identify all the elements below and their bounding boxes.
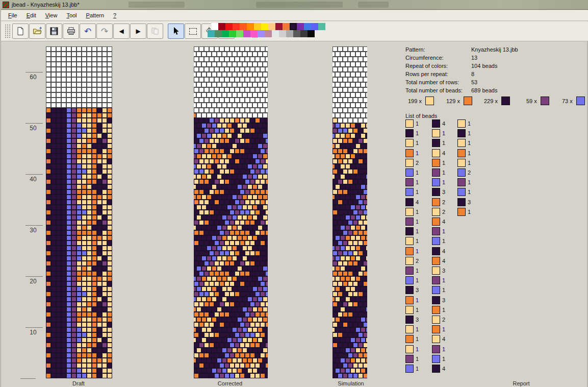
bead[interactable] bbox=[366, 348, 367, 353]
bead[interactable] bbox=[217, 72, 222, 77]
bead[interactable] bbox=[235, 67, 240, 72]
palette-color-ff5a22[interactable] bbox=[240, 23, 247, 30]
bead[interactable] bbox=[71, 108, 76, 113]
bead[interactable] bbox=[82, 103, 87, 108]
bead[interactable] bbox=[61, 57, 66, 62]
bead[interactable] bbox=[82, 149, 87, 154]
bead[interactable] bbox=[263, 215, 268, 220]
bead[interactable] bbox=[66, 225, 71, 230]
bead[interactable] bbox=[87, 164, 92, 169]
bead[interactable] bbox=[247, 123, 252, 128]
bead[interactable] bbox=[66, 327, 71, 332]
bead[interactable] bbox=[46, 215, 51, 220]
bead[interactable] bbox=[335, 246, 340, 251]
bead[interactable] bbox=[345, 52, 350, 57]
bead[interactable] bbox=[51, 138, 56, 143]
bead[interactable] bbox=[66, 154, 71, 159]
bead[interactable] bbox=[229, 77, 235, 82]
bead[interactable] bbox=[227, 297, 232, 302]
bead[interactable] bbox=[204, 159, 209, 164]
bead[interactable] bbox=[51, 92, 56, 98]
bead[interactable] bbox=[232, 307, 237, 312]
bead[interactable] bbox=[361, 327, 366, 332]
bead[interactable] bbox=[363, 210, 367, 215]
bead[interactable] bbox=[350, 195, 355, 200]
bead[interactable] bbox=[358, 281, 363, 286]
bead[interactable] bbox=[252, 297, 258, 302]
bead[interactable] bbox=[107, 256, 112, 261]
bead[interactable] bbox=[97, 164, 102, 169]
bead[interactable] bbox=[338, 87, 343, 92]
bead[interactable] bbox=[222, 123, 227, 128]
bead[interactable] bbox=[76, 154, 82, 159]
bead[interactable] bbox=[358, 251, 363, 256]
bead[interactable] bbox=[61, 92, 66, 98]
bead[interactable] bbox=[214, 57, 219, 62]
bead[interactable] bbox=[87, 67, 92, 72]
bead[interactable] bbox=[232, 123, 237, 128]
bead[interactable] bbox=[66, 174, 71, 179]
bead[interactable] bbox=[199, 302, 204, 307]
bead[interactable] bbox=[255, 57, 260, 62]
bead[interactable] bbox=[87, 154, 92, 159]
bead[interactable] bbox=[46, 363, 51, 368]
bead[interactable] bbox=[204, 230, 209, 235]
bead[interactable] bbox=[240, 312, 245, 317]
bead[interactable] bbox=[237, 256, 242, 261]
bead[interactable] bbox=[201, 62, 207, 67]
bead[interactable] bbox=[366, 195, 367, 200]
bead[interactable] bbox=[353, 220, 358, 225]
bead[interactable] bbox=[102, 169, 107, 174]
bead[interactable] bbox=[51, 240, 56, 246]
bead[interactable] bbox=[51, 332, 56, 337]
bead[interactable] bbox=[222, 327, 227, 332]
bead[interactable] bbox=[227, 225, 232, 230]
bead[interactable] bbox=[76, 77, 82, 82]
bead[interactable] bbox=[207, 195, 212, 200]
bead[interactable] bbox=[97, 72, 102, 77]
bead[interactable] bbox=[338, 138, 343, 143]
bead[interactable] bbox=[237, 327, 242, 332]
bead[interactable] bbox=[61, 297, 66, 302]
bead[interactable] bbox=[87, 169, 92, 174]
bead[interactable] bbox=[76, 281, 82, 286]
bead[interactable] bbox=[76, 67, 82, 72]
bead[interactable] bbox=[335, 52, 340, 57]
bead[interactable] bbox=[92, 317, 97, 322]
bead[interactable] bbox=[343, 77, 348, 82]
bead[interactable] bbox=[353, 343, 358, 348]
bead[interactable] bbox=[46, 46, 51, 52]
bead[interactable] bbox=[82, 164, 87, 169]
bead[interactable] bbox=[46, 317, 51, 322]
bead[interactable] bbox=[61, 52, 66, 57]
bead[interactable] bbox=[348, 210, 353, 215]
palette-color-ff3322[interactable] bbox=[233, 23, 240, 30]
bead[interactable] bbox=[82, 302, 87, 307]
bead[interactable] bbox=[350, 337, 355, 343]
bead[interactable] bbox=[87, 256, 92, 261]
bead[interactable] bbox=[56, 200, 61, 205]
bead[interactable] bbox=[102, 174, 107, 179]
bead[interactable] bbox=[258, 327, 263, 332]
bead[interactable] bbox=[102, 307, 107, 312]
bead[interactable] bbox=[194, 46, 199, 52]
bead[interactable] bbox=[343, 271, 348, 276]
bead[interactable] bbox=[102, 159, 107, 164]
bead[interactable] bbox=[355, 174, 361, 179]
bead[interactable] bbox=[92, 225, 97, 230]
bead[interactable] bbox=[71, 327, 76, 332]
bead[interactable] bbox=[87, 281, 92, 286]
bead[interactable] bbox=[245, 332, 250, 337]
bead[interactable] bbox=[235, 302, 240, 307]
bead[interactable] bbox=[229, 200, 235, 205]
bead[interactable] bbox=[66, 72, 71, 77]
bead[interactable] bbox=[219, 67, 224, 72]
bead[interactable] bbox=[355, 256, 361, 261]
bead[interactable] bbox=[61, 261, 66, 266]
bead[interactable] bbox=[232, 72, 237, 77]
bead[interactable] bbox=[260, 363, 265, 368]
bead[interactable] bbox=[82, 220, 87, 225]
bead[interactable] bbox=[97, 62, 102, 67]
bead[interactable] bbox=[102, 92, 107, 98]
bead[interactable] bbox=[194, 343, 199, 348]
